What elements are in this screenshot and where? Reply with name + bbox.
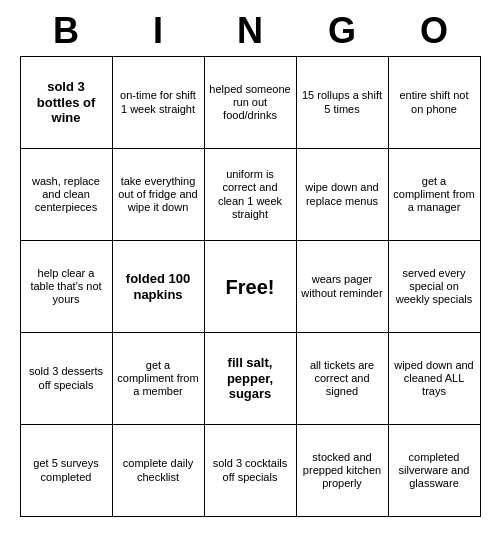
bingo-letter-n: N <box>204 10 296 52</box>
bingo-cell-24: completed silverware and glassware <box>389 425 481 517</box>
bingo-cell-2: helped someone run out food/drinks <box>205 57 297 149</box>
bingo-cell-3: 15 rollups a shift 5 times <box>297 57 389 149</box>
bingo-grid: sold 3 bottles of wineon-time for shift … <box>20 56 481 517</box>
bingo-cell-11: folded 100 napkins <box>113 241 205 333</box>
bingo-letter-i: I <box>112 10 204 52</box>
bingo-cell-22: sold 3 cocktails off specials <box>205 425 297 517</box>
bingo-cell-20: get 5 surveys completed <box>21 425 113 517</box>
bingo-cell-14: served every special on weekly specials <box>389 241 481 333</box>
bingo-cell-10: help clear a table that's not yours <box>21 241 113 333</box>
bingo-letter-g: G <box>296 10 388 52</box>
bingo-letter-o: O <box>388 10 480 52</box>
bingo-cell-0: sold 3 bottles of wine <box>21 57 113 149</box>
bingo-cell-21: complete daily checklist <box>113 425 205 517</box>
bingo-title: BINGO <box>20 10 480 52</box>
bingo-cell-13: wears pager without reminder <box>297 241 389 333</box>
bingo-cell-7: uniform is correct and clean 1 week stra… <box>205 149 297 241</box>
bingo-cell-6: take everything out of fridge and wipe i… <box>113 149 205 241</box>
bingo-cell-9: get a compliment from a manager <box>389 149 481 241</box>
bingo-cell-1: on-time for shift 1 week straight <box>113 57 205 149</box>
bingo-cell-18: all tickets are correct and signed <box>297 333 389 425</box>
bingo-cell-5: wash, replace and clean centerpieces <box>21 149 113 241</box>
bingo-cell-15: sold 3 desserts off specials <box>21 333 113 425</box>
bingo-cell-17: fill salt, pepper, sugars <box>205 333 297 425</box>
bingo-cell-12: Free! <box>205 241 297 333</box>
bingo-cell-4: entire shift not on phone <box>389 57 481 149</box>
bingo-cell-19: wiped down and cleaned ALL trays <box>389 333 481 425</box>
bingo-cell-8: wipe down and replace menus <box>297 149 389 241</box>
bingo-cell-16: get a compliment from a member <box>113 333 205 425</box>
bingo-cell-23: stocked and prepped kitchen properly <box>297 425 389 517</box>
bingo-letter-b: B <box>20 10 112 52</box>
